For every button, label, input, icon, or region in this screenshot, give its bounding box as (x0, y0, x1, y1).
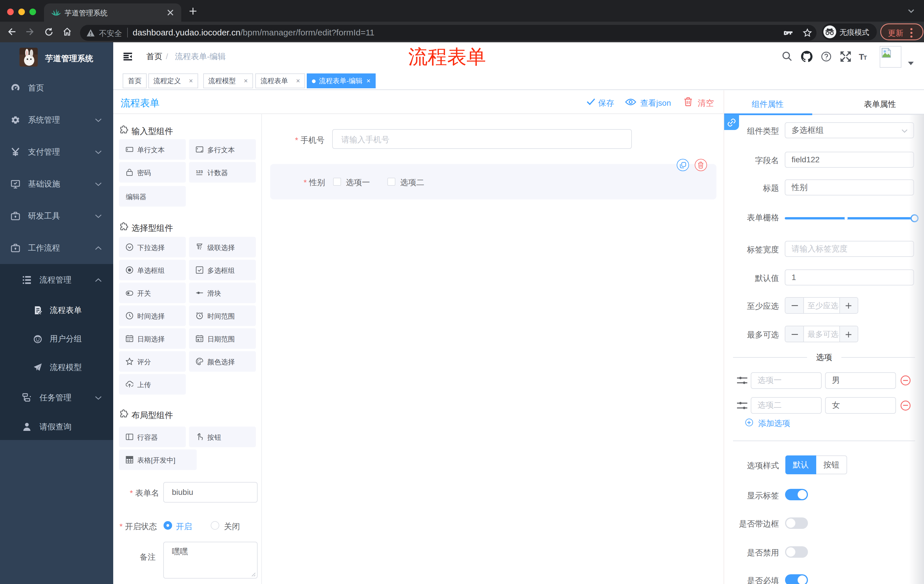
svg-text:123: 123 (196, 169, 203, 174)
